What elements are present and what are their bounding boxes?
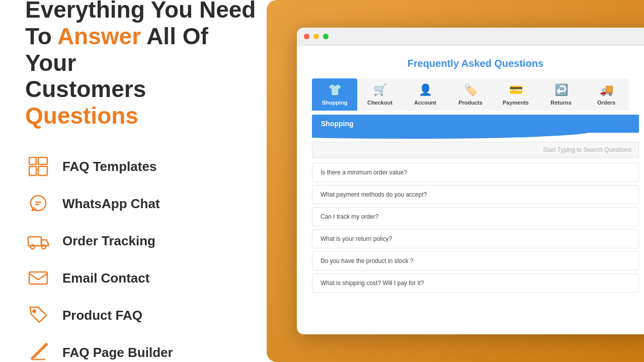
headline-line2-normal: To [25,23,52,49]
browser-header [297,28,644,46]
headline-line3-normal: Customers [25,76,146,102]
tab-checkout-label: Checkout [367,100,392,106]
returns-icon: ↩️ [554,83,568,97]
active-section-bar: Shopping [312,115,639,133]
truck-icon [25,228,51,254]
tab-checkout[interactable]: 🛒 Checkout [357,78,403,111]
feature-faq-page-builder: FAQ Page Builder [25,339,262,362]
svg-rect-2 [29,166,36,175]
tab-products[interactable]: 🏷️ Products [448,78,493,111]
feature-label-whatsapp-chat: WhatsApp Chat [62,196,160,212]
checkout-icon: 🛒 [373,83,387,97]
headline-highlight-questions: Questions [25,103,138,129]
email-icon [25,265,51,291]
shopping-icon: 👕 [328,83,342,97]
headline: Everything You Need To Answer All Of You… [25,0,262,129]
tab-payments-label: Payments [503,100,529,106]
pencil-icon [25,339,51,362]
left-section: Everything You Need To Answer All Of You… [0,0,282,362]
tab-account-label: Account [414,100,436,106]
svg-rect-3 [38,166,47,175]
chat-icon [25,191,51,217]
svg-rect-10 [29,272,47,284]
tab-payments[interactable]: 💳 Payments [493,78,538,111]
faq-question-1[interactable]: Is there a minimum order value? [312,163,639,182]
tab-orders[interactable]: 🚚 Orders [584,78,629,111]
tab-products-label: Products [458,100,482,106]
account-icon: 👤 [419,83,432,97]
payments-icon: 💳 [509,83,523,97]
feature-faq-templates: FAQ Templates [25,153,262,179]
products-icon: 🏷️ [464,83,477,97]
svg-point-11 [33,310,36,313]
layout-icon [25,153,51,179]
feature-label-email-contact: Email Contact [62,270,149,286]
browser-dot-minimize [313,34,319,39]
headline-line1: Everything You Need [25,0,256,23]
feature-product-faq: Product FAQ [25,302,262,328]
feature-label-faq-templates: FAQ Templates [62,159,156,174]
tab-shopping-label: Shopping [322,100,348,106]
faq-title: Frequently Asked Questions [312,58,639,69]
svg-point-8 [31,245,35,249]
faq-question-6[interactable]: What is shipping cost? Will I pay for it… [312,274,639,293]
faq-tabs-row: 👕 Shopping 🛒 Checkout 👤 Account 🏷️ Produ… [312,78,639,111]
tab-returns[interactable]: ↩️ Returns [538,78,584,111]
faq-question-5[interactable]: Do you have the product in stock ? [312,251,639,270]
browser-dot-maximize [323,34,329,39]
orders-icon: 🚚 [600,83,613,97]
faq-question-3[interactable]: Can I track my order? [312,207,639,226]
feature-label-faq-page-builder: FAQ Page Builder [62,345,173,360]
search-box[interactable]: Start Typing to Search Questions [312,142,639,158]
browser-dot-close [304,34,309,39]
faq-question-2[interactable]: What payment methods do you accept? [312,185,639,204]
tag-icon [25,302,51,328]
svg-rect-1 [38,157,47,164]
headline-highlight-answer: Answer [57,23,141,49]
faq-content: Frequently Asked Questions 👕 Shopping 🛒 … [297,46,644,308]
feature-order-tracking: Order Tracking [25,228,262,254]
faq-question-4[interactable]: What is your return policy? [312,229,639,248]
feature-email-contact: Email Contact [25,265,262,291]
browser-window: Frequently Asked Questions 👕 Shopping 🛒 … [297,28,644,334]
svg-rect-7 [28,237,41,246]
svg-point-9 [42,245,46,249]
tab-account[interactable]: 👤 Account [403,78,448,111]
tab-returns-label: Returns [550,100,572,106]
right-section: Frequently Asked Questions 👕 Shopping 🛒 … [282,0,644,362]
svg-rect-0 [29,157,36,164]
feature-whatsapp-chat: WhatsApp Chat [25,191,262,217]
tab-orders-label: Orders [597,100,615,106]
features-list: FAQ Templates WhatsApp Chat [25,153,262,362]
feature-label-order-tracking: Order Tracking [62,233,155,249]
tab-shopping[interactable]: 👕 Shopping [312,78,357,111]
feature-label-product-faq: Product FAQ [62,308,142,323]
